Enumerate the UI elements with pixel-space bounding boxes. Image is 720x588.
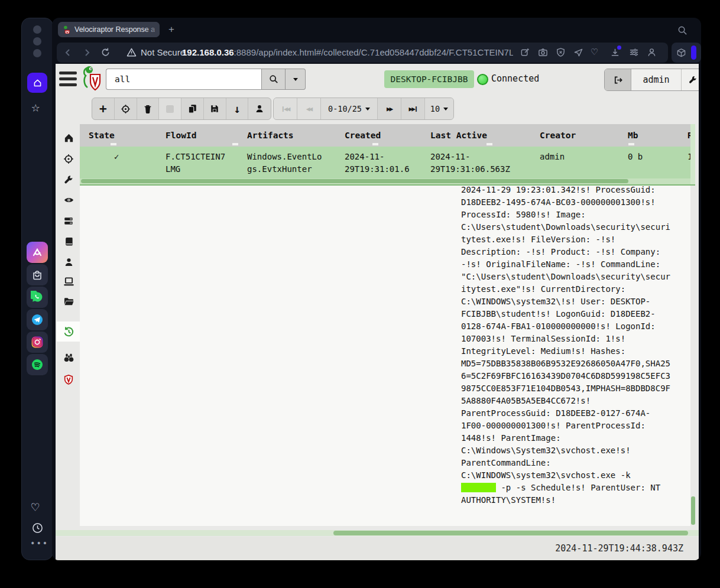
heart-icon[interactable]: ♡ bbox=[591, 46, 598, 58]
page-range-dropdown[interactable]: 0-10/25 bbox=[321, 98, 378, 119]
page-size-dropdown[interactable]: 10 bbox=[425, 98, 453, 119]
assign-user-button[interactable] bbox=[248, 98, 271, 119]
window-control-dot[interactable] bbox=[33, 25, 41, 34]
connection-status-label: Connected bbox=[491, 73, 539, 84]
footer-bar: 2024-11-29T19:44:38.943Z bbox=[56, 537, 699, 560]
caret-down-icon bbox=[443, 108, 448, 111]
new-tab-button[interactable]: + bbox=[166, 24, 177, 35]
copy-icon bbox=[187, 103, 197, 114]
spotify-icon[interactable] bbox=[27, 354, 48, 375]
log-highlight: netsvcs bbox=[461, 483, 496, 492]
wrench-icon bbox=[688, 75, 698, 85]
search-button[interactable] bbox=[261, 69, 286, 90]
velociraptor-app: DESKTOP-FCIBJBB Connected admin + bbox=[56, 64, 699, 560]
column-header-created[interactable]: Created bbox=[345, 131, 381, 140]
search-dropdown-button[interactable] bbox=[286, 69, 306, 90]
sidebar-item-hunt-manager[interactable] bbox=[57, 149, 80, 169]
row-state-check: ✓ bbox=[114, 151, 119, 163]
back-icon[interactable] bbox=[63, 47, 73, 58]
shield-x-icon[interactable] bbox=[556, 47, 566, 57]
camera-icon[interactable] bbox=[538, 47, 548, 57]
window-control-dot[interactable] bbox=[33, 49, 41, 57]
sidebar-item-search[interactable] bbox=[57, 347, 80, 368]
send-icon[interactable] bbox=[573, 47, 583, 57]
profile-icon[interactable] bbox=[647, 47, 657, 57]
settings-button[interactable] bbox=[682, 69, 699, 90]
column-header-mb[interactable]: Mb bbox=[628, 131, 638, 140]
table-hscroll-thumb[interactable] bbox=[81, 179, 628, 183]
target-button[interactable] bbox=[115, 98, 137, 119]
last-page-icon: ▶▶❙ bbox=[409, 105, 417, 113]
page-hscroll-thumb[interactable] bbox=[333, 531, 688, 535]
copy-button[interactable] bbox=[181, 98, 204, 119]
download-badge-dot bbox=[617, 46, 621, 50]
heart-icon[interactable]: ♡ bbox=[31, 501, 39, 514]
column-resize-handle[interactable] bbox=[232, 143, 238, 145]
save-button[interactable] bbox=[204, 98, 226, 119]
forward-icon[interactable] bbox=[82, 47, 92, 58]
sliders-icon[interactable] bbox=[629, 47, 639, 57]
pane-vscroll-thumb[interactable] bbox=[691, 496, 695, 525]
star-icon[interactable]: ☆ bbox=[31, 100, 40, 114]
column-header-flowid[interactable]: FlowId bbox=[166, 131, 196, 140]
sidebar-item-collected-artifacts[interactable] bbox=[57, 321, 80, 342]
column-resize-handle[interactable] bbox=[111, 143, 116, 145]
client-badge[interactable]: DESKTOP-FCIBJBB bbox=[384, 70, 474, 88]
sidebar-item-view-artifacts[interactable] bbox=[57, 170, 80, 190]
last-page-button[interactable]: ▶▶❙ bbox=[401, 98, 425, 119]
first-page-icon: ❙◀◀ bbox=[281, 105, 290, 113]
app-store-icon[interactable] bbox=[27, 264, 48, 285]
instagram-icon[interactable] bbox=[27, 332, 48, 353]
stop-icon bbox=[166, 105, 174, 113]
new-collection-button[interactable]: + bbox=[92, 98, 115, 119]
sidebar-item-host-information[interactable] bbox=[57, 271, 80, 291]
sidebar-item-virtual-filesystem[interactable] bbox=[57, 291, 80, 311]
row-mb: 0 b bbox=[628, 151, 643, 163]
hamburger-menu[interactable] bbox=[56, 64, 82, 95]
column-resize-handle[interactable] bbox=[628, 143, 634, 145]
arc-browser-icon[interactable] bbox=[27, 242, 48, 263]
username-button[interactable]: admin bbox=[631, 69, 682, 90]
column-header-state[interactable]: State bbox=[89, 131, 115, 140]
sidebar-item-home[interactable] bbox=[57, 128, 80, 148]
plus-icon: + bbox=[99, 102, 107, 116]
next-page-icon: ▶▶ bbox=[387, 105, 392, 113]
sidebar-item-notebooks[interactable] bbox=[57, 232, 80, 252]
column-header-creator[interactable]: Creator bbox=[540, 131, 576, 140]
refresh-icon[interactable] bbox=[100, 47, 111, 57]
app-sidebar bbox=[56, 95, 80, 537]
next-page-button[interactable]: ▶▶ bbox=[378, 98, 401, 119]
browser-tab[interactable]: Velociraptor Response a bbox=[58, 22, 160, 37]
search-input[interactable] bbox=[106, 69, 261, 90]
clock-icon[interactable] bbox=[32, 522, 43, 534]
velociraptor-logo[interactable] bbox=[82, 66, 102, 93]
url-text[interactable]: 192.168.0.36:8889/app/index.html#/collec… bbox=[182, 47, 513, 57]
column-resize-handle[interactable] bbox=[372, 143, 378, 145]
whatsapp-icon[interactable] bbox=[27, 287, 48, 308]
row-last-active: 2024-11-29T19:31:06.563Z bbox=[430, 151, 512, 176]
column-header-last-active[interactable]: Last Active bbox=[430, 131, 487, 140]
column-resize-handle[interactable] bbox=[487, 143, 492, 145]
velociraptor-favicon bbox=[63, 25, 71, 34]
browser-search-icon[interactable] bbox=[677, 25, 687, 35]
download-button[interactable]: ↓ bbox=[226, 98, 249, 119]
telegram-icon[interactable] bbox=[27, 309, 48, 330]
sidebar-item-users[interactable] bbox=[57, 252, 80, 272]
server-icon bbox=[63, 216, 74, 226]
delete-button[interactable] bbox=[137, 98, 160, 119]
compose-icon[interactable] bbox=[520, 47, 530, 57]
more-icon[interactable]: ••• bbox=[30, 538, 48, 548]
caret-down-icon bbox=[293, 78, 298, 81]
sidebar-item-server-events[interactable] bbox=[57, 211, 80, 231]
dock-home-button[interactable] bbox=[27, 73, 47, 93]
window-control-dot[interactable] bbox=[33, 37, 41, 46]
cube-icon[interactable] bbox=[676, 48, 686, 58]
logout-button[interactable] bbox=[605, 69, 631, 90]
row-flow-id[interactable]: F.CT51CTEIN7LMG bbox=[166, 151, 226, 176]
sidebar-item-velociraptor[interactable] bbox=[57, 369, 80, 389]
column-header-artifacts[interactable]: Artifacts bbox=[247, 131, 294, 140]
download-icon[interactable] bbox=[610, 47, 620, 57]
extension-group[interactable] bbox=[672, 43, 701, 63]
table-vscroll-track[interactable] bbox=[690, 124, 695, 184]
sidebar-item-client-events[interactable] bbox=[57, 190, 80, 210]
